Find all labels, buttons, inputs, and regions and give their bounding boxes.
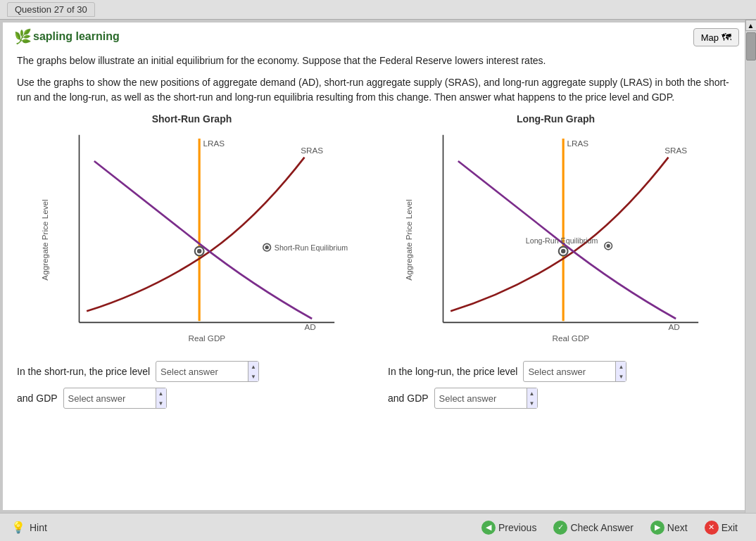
short-run-price-row: In the short-run, the price level Select… [17,361,360,382]
svg-text:SRAS: SRAS [664,146,687,155]
long-run-gdp-select-wrapper[interactable]: Select answer rises falls stays the same… [434,388,538,409]
short-run-price-select-wrapper[interactable]: Select answer rises falls stays the same… [156,361,259,382]
logo: 🌿 sapling learning [3,23,745,48]
svg-point-9 [197,249,201,253]
exit-icon: ✕ [705,521,719,535]
svg-point-11 [265,246,269,249]
short-run-gdp-row: and GDP Select answer rises falls stays … [17,388,360,409]
svg-text:Real GDP: Real GDP [552,333,589,343]
svg-text:LRAS: LRAS [203,139,225,148]
short-run-graph: Aggregate Price Level Real GDP LRAS SRAS… [17,127,367,352]
spin-down[interactable]: ▼ [527,398,537,408]
long-run-graph: Aggregate Price Level Real GDP LRAS SRAS… [381,127,731,352]
map-icon: 🗺 [722,32,731,43]
long-run-price-select[interactable]: Select answer rises falls stays the same [524,367,615,377]
short-run-answer-group: In the short-run, the price level Select… [17,361,360,409]
spin-up[interactable]: ▲ [616,362,626,371]
svg-text:AD: AD [305,322,316,331]
long-run-answer-group: In the long-run, the price level Select … [388,361,731,409]
hint-bulb-icon: 💡 [11,521,25,534]
next-icon: ▶ [650,521,664,535]
long-run-graph-title: Long-Run Graph [517,113,595,125]
scroll-thumb[interactable] [746,32,756,61]
spin-up[interactable]: ▲ [527,388,537,398]
next-button[interactable]: ▶ Next [643,518,695,537]
question-text: The graphs below illustrate an initial e… [3,48,745,113]
nav-buttons: ◀ Previous ✓ Check Answer ▶ Next ✕ Exit [474,518,745,537]
exit-button[interactable]: ✕ Exit [698,518,745,537]
short-run-gdp-spinner[interactable]: ▲ ▼ [156,388,166,408]
spin-down[interactable]: ▼ [156,398,166,408]
previous-icon: ◀ [481,521,496,535]
long-run-price-spinner[interactable]: ▲ ▼ [615,362,626,381]
short-run-graph-wrapper: Short-Run Graph Aggregate Price Level Re… [17,113,367,352]
svg-text:Aggregate Price Level: Aggregate Price Level [404,199,413,280]
previous-button[interactable]: ◀ Previous [474,518,543,537]
svg-text:Short-Run Equilibrium: Short-Run Equilibrium [275,243,348,252]
long-run-price-select-wrapper[interactable]: Select answer rises falls stays the same… [523,361,626,382]
hint-section[interactable]: 💡 Hint [11,521,47,534]
long-run-price-row: In the long-run, the price level Select … [388,361,731,382]
map-button[interactable]: Map 🗺 [693,28,739,46]
answer-section: In the short-run, the price level Select… [3,352,745,414]
check-answer-button[interactable]: ✓ Check Answer [546,518,640,537]
short-run-graph-title: Short-Run Graph [152,113,232,125]
long-run-gdp-spinner[interactable]: ▲ ▼ [527,388,537,408]
spin-down[interactable]: ▼ [248,371,258,381]
svg-point-22 [561,249,565,253]
scrollbar[interactable]: ▲ [745,20,756,513]
svg-text:Long-Run Equilibrium: Long-Run Equilibrium [526,236,598,245]
svg-text:LRAS: LRAS [567,139,589,148]
svg-point-25 [607,244,610,248]
spin-up[interactable]: ▲ [248,362,258,371]
svg-text:AD: AD [669,322,680,331]
check-icon: ✓ [553,521,567,535]
bottom-toolbar: 💡 Hint ◀ Previous ✓ Check Answer ▶ Next … [0,513,756,541]
long-run-gdp-select[interactable]: Select answer rises falls stays the same [435,393,527,404]
long-run-gdp-label: and GDP [388,393,429,404]
scroll-up-arrow[interactable]: ▲ [745,20,757,31]
long-run-price-label: In the long-run, the price level [388,366,517,377]
svg-text:Real GDP: Real GDP [188,333,225,343]
short-run-gdp-select-wrapper[interactable]: Select answer rises falls stays the same… [63,388,167,409]
spin-down[interactable]: ▼ [616,371,626,381]
short-run-price-select[interactable]: Select answer rises falls stays the same [156,367,248,377]
short-run-price-spinner[interactable]: ▲ ▼ [248,362,258,381]
svg-text:SRAS: SRAS [301,146,323,155]
svg-text:Aggregate Price Level: Aggregate Price Level [40,199,49,280]
long-run-svg: Aggregate Price Level Real GDP LRAS SRAS… [381,127,731,352]
long-run-gdp-row: and GDP Select answer rises falls stays … [388,388,731,409]
question-title: Question 27 of 30 [7,2,95,17]
long-run-graph-wrapper: Long-Run Graph Aggregate Price Level Rea… [381,113,731,352]
spin-up[interactable]: ▲ [156,388,166,398]
short-run-gdp-select[interactable]: Select answer rises falls stays the same [64,393,156,404]
short-run-price-label: In the short-run, the price level [17,366,150,377]
hint-label: Hint [30,522,47,533]
leaf-icon: 🌿 [14,28,32,45]
short-run-svg: Aggregate Price Level Real GDP LRAS SRAS… [17,127,367,352]
short-run-gdp-label: and GDP [17,393,58,404]
